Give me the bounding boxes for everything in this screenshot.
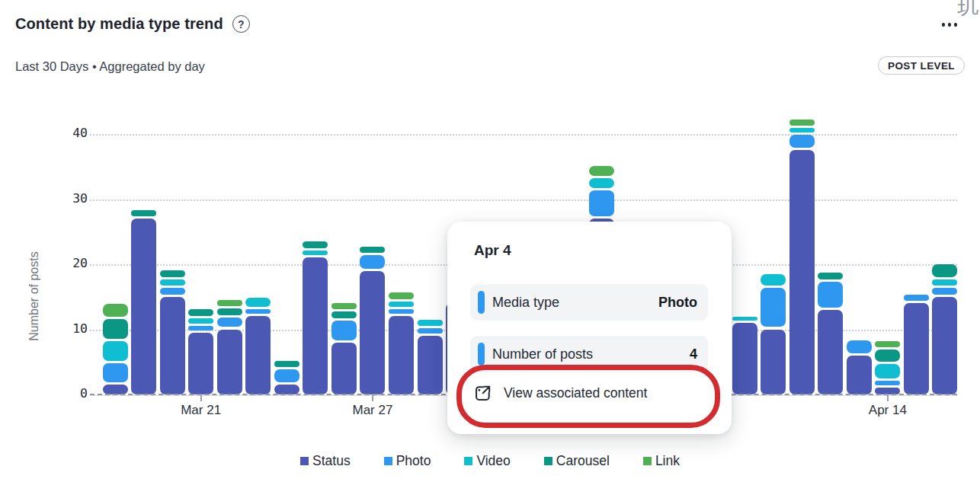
bar-segment-video[interactable] [789,128,815,132]
chart-tooltip: Apr 4 Media type Photo Number of posts 4… [447,222,732,434]
bar-segment-link[interactable] [217,300,242,307]
bar-segment-carousel[interactable] [188,309,213,316]
bar-segment-status[interactable] [303,257,328,394]
bar-segment-photo[interactable] [904,295,929,302]
x-axis-tick [200,395,202,401]
bar-segment-status[interactable] [160,297,185,394]
bar-segment-carousel[interactable] [303,241,328,248]
legend-label: Status [312,453,351,469]
y-axis-title: Number of posts [27,220,41,372]
bar-segment-video[interactable] [303,251,328,256]
series-marker [478,291,485,314]
bar-segment-status[interactable] [818,310,843,394]
bar-segment-link[interactable] [331,303,357,310]
legend-swatch [300,457,309,465]
bar-segment-carousel[interactable] [131,210,156,217]
bar-segment-photo[interactable] [789,135,815,148]
tooltip-row-label: Number of posts [492,346,593,362]
bar-segment-carousel[interactable] [217,308,242,315]
legend-label: Link [655,453,680,469]
bar-segment-status[interactable] [904,303,929,394]
bar-segment-link[interactable] [875,341,900,348]
legend-item-carousel[interactable]: Carousel [544,453,610,469]
bar-segment-video[interactable] [389,302,414,307]
tooltip-row-media-type: Media type Photo [470,284,708,321]
legend-item-status[interactable]: Status [300,453,351,469]
tooltip-row-label: Media type [492,295,559,311]
bar-segment-photo[interactable] [847,340,872,353]
bar-segment-status[interactable] [418,336,443,394]
legend-item-photo[interactable]: Photo [384,453,431,469]
y-axis-tick-label: 10 [42,321,88,336]
tooltip-action-label: View associated content [504,385,647,401]
bar-segment-status[interactable] [847,356,872,394]
bar-segment-photo[interactable] [188,326,213,330]
bar-segment-status[interactable] [245,316,271,394]
bar-segment-status[interactable] [389,316,414,394]
legend-item-link[interactable]: Link [643,453,680,469]
bar-segment-carousel[interactable] [160,270,185,277]
bar-segment-link[interactable] [389,292,414,299]
tooltip-row-value: 4 [690,346,697,362]
bar-segment-photo[interactable] [360,255,385,268]
bar-segment-photo[interactable] [103,363,128,383]
bar-segment-video[interactable] [418,320,443,327]
legend-label: Video [476,453,510,469]
bar-segment-carousel[interactable] [331,311,357,318]
bar-segment-photo[interactable] [245,309,271,314]
x-axis-label: Apr 14 [850,403,926,418]
y-axis-tick-label: 30 [42,191,88,206]
bar-segment-photo[interactable] [761,288,786,327]
legend-label: Photo [396,453,431,469]
bar-segment-video[interactable] [761,274,786,286]
bar-segment-status[interactable] [761,330,786,395]
bar-segment-photo[interactable] [331,321,357,340]
export-icon [472,382,494,404]
bar-segment-carousel[interactable] [274,361,299,368]
gridline [90,134,957,136]
bar-segment-photo[interactable] [274,369,299,382]
bar-segment-carousel[interactable] [103,319,128,339]
bar-segment-video[interactable] [589,178,614,188]
tooltip-row-value: Photo [658,295,697,311]
gridline [90,200,957,201]
bar-segment-photo[interactable] [818,282,843,308]
bar-segment-status[interactable] [188,333,213,394]
bar-segment-video[interactable] [160,279,185,286]
x-axis-tick [372,395,373,401]
legend-swatch [544,457,552,465]
bar-segment-photo[interactable] [160,288,185,295]
tooltip-row-number-of-posts: Number of posts 4 [470,336,708,372]
bar-segment-carousel[interactable] [818,273,843,279]
bar-segment-carousel[interactable] [875,350,900,361]
bar-segment-status[interactable] [217,330,242,395]
legend-item-video[interactable]: Video [464,453,510,469]
y-axis-tick-label: 20 [42,256,88,270]
bar-segment-video[interactable] [245,298,271,308]
view-associated-content-action[interactable]: View associated content [464,376,655,410]
bar-segment-status[interactable] [789,150,815,394]
bar-segment-status[interactable] [331,343,357,394]
bar-segment-photo[interactable] [589,190,614,216]
bar-segment-video[interactable] [875,364,900,378]
bar-segment-photo[interactable] [875,381,900,386]
bar-segment-status[interactable] [732,323,757,394]
bar-segment-status[interactable] [932,297,957,394]
bar-segment-video[interactable] [188,318,213,324]
bar-segment-link[interactable] [789,120,815,126]
bar-segment-video[interactable] [732,317,757,321]
bar-segment-video[interactable] [103,341,128,361]
bar-segment-link[interactable] [103,304,128,317]
bar-segment-photo[interactable] [389,309,414,314]
bar-segment-status[interactable] [360,271,385,394]
series-marker [478,343,485,366]
bar-segment-photo[interactable] [932,288,957,295]
tooltip-date: Apr 4 [474,242,511,259]
bar-segment-photo[interactable] [217,318,242,327]
bar-segment-status[interactable] [131,219,156,394]
bar-segment-link[interactable] [589,166,614,176]
bar-segment-carousel[interactable] [932,264,957,277]
bar-segment-photo[interactable] [418,328,443,334]
bar-segment-carousel[interactable] [360,247,385,254]
bar-segment-video[interactable] [932,279,957,286]
